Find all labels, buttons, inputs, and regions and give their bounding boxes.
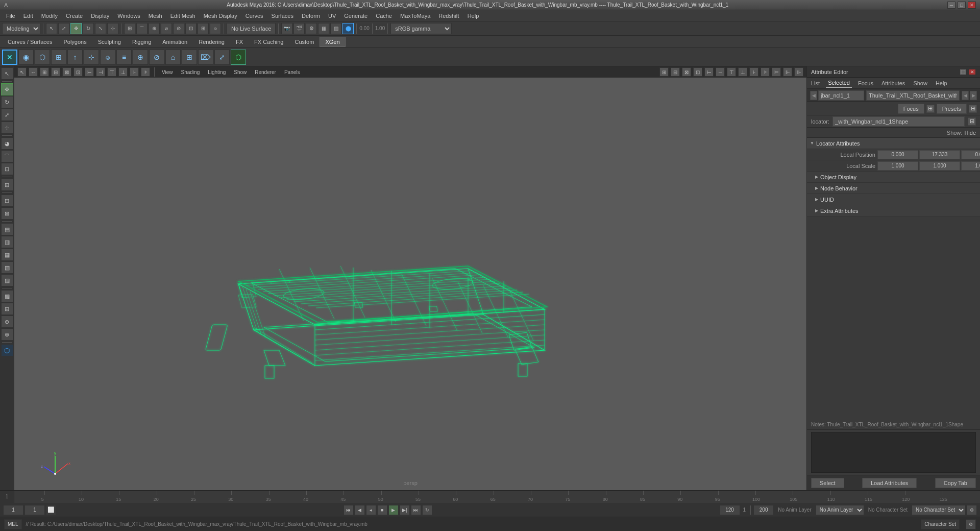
hide-btn[interactable]: Hide: [964, 130, 976, 136]
paint-select-btn[interactable]: ⊡: [1, 163, 13, 175]
local-pos-z[interactable]: [961, 150, 980, 159]
shelf-tab-animation[interactable]: Animation: [157, 37, 193, 47]
left-panel-4[interactable]: ▧: [1, 261, 13, 274]
vp-menu-show[interactable]: Show: [231, 69, 250, 76]
render-view-btn[interactable]: 📷: [281, 23, 292, 34]
left-panel-9[interactable]: ⊗: [1, 328, 13, 341]
snap-edge-btn[interactable]: ⊡: [185, 23, 197, 34]
lasso-btn[interactable]: ⌒: [1, 150, 13, 162]
render-btn2[interactable]: ▦: [318, 23, 329, 34]
menu-edit[interactable]: Edit: [19, 12, 37, 20]
char-set-dropdown[interactable]: No Character Set: [912, 505, 966, 515]
vp-right-btn-11[interactable]: ⊨: [772, 67, 781, 77]
shelf-tab-curves-surfaces[interactable]: Curves / Surfaces: [2, 37, 58, 47]
shelf-tab-rendering[interactable]: Rendering: [193, 37, 230, 47]
left-panel-8[interactable]: ⊕: [1, 316, 13, 328]
vp-right-btn-4[interactable]: ⊡: [693, 67, 702, 77]
snap-curve-btn[interactable]: ⌒: [136, 23, 148, 34]
menu-edit-mesh[interactable]: Edit Mesh: [166, 12, 200, 20]
shelf-tab-fx[interactable]: FX: [230, 37, 249, 47]
node-nav-right-btn[interactable]: ▶: [970, 91, 977, 100]
shelf-icon-12[interactable]: ⌦: [198, 50, 213, 65]
menu-mesh[interactable]: Mesh: [144, 12, 166, 20]
render-btn4[interactable]: ⬤: [342, 23, 354, 34]
vp-menu-shading[interactable]: Shading: [178, 69, 203, 76]
universal-manip-btn[interactable]: ⊹: [1, 122, 13, 134]
menu-surfaces[interactable]: Surfaces: [267, 12, 298, 20]
anim-layer-dropdown[interactable]: No Anim Layer: [816, 505, 864, 515]
local-scale-x[interactable]: [877, 161, 918, 171]
rotate-tool-btn[interactable]: ↻: [1, 96, 13, 108]
toolbar-btn-5[interactable]: ⤡: [95, 23, 106, 34]
local-scale-y[interactable]: [919, 161, 960, 171]
shelf-icon-xgen-select[interactable]: ✕: [2, 50, 17, 65]
render-settings-btn[interactable]: ⚙: [306, 23, 317, 34]
attr-tab-list[interactable]: List: [809, 79, 822, 87]
prev-node-input[interactable]: [818, 90, 864, 101]
shelf-icon-3[interactable]: ⊞: [51, 50, 66, 65]
maya-logo-btn[interactable]: ⬡: [1, 344, 13, 356]
play-back-btn[interactable]: ◂: [366, 505, 376, 515]
shelf-icon-7[interactable]: ≡: [116, 50, 132, 65]
shelf-icon-10[interactable]: ⌂: [165, 50, 181, 65]
presets-btn[interactable]: Presets: [937, 104, 967, 114]
menu-generate[interactable]: Generate: [340, 12, 372, 20]
vp-btn-11[interactable]: ⊦: [130, 67, 139, 77]
focus-options-btn[interactable]: ⊞: [926, 105, 935, 113]
node-name-input[interactable]: [866, 90, 960, 101]
menu-mesh-display[interactable]: Mesh Display: [200, 12, 241, 20]
snap-view-btn[interactable]: ⊘: [173, 23, 184, 34]
vp-btn-6[interactable]: ⊡: [74, 67, 83, 77]
vp-right-btn-3[interactable]: ⊠: [682, 67, 691, 77]
grid-btn-2[interactable]: ⊠: [1, 207, 13, 220]
vp-select-btn[interactable]: ↖: [17, 67, 27, 77]
start-frame-input[interactable]: [3, 505, 23, 515]
menu-file[interactable]: File: [2, 12, 19, 20]
snap-point-btn[interactable]: ⊕: [149, 23, 160, 34]
shelf-tab-sculpting[interactable]: Sculpting: [92, 37, 127, 47]
vp-menu-lighting[interactable]: Lighting: [205, 69, 229, 76]
vp-btn-9[interactable]: ⊤: [107, 67, 116, 77]
vp-btn-3[interactable]: ⊞: [40, 67, 49, 77]
menu-redshift[interactable]: Redshift: [434, 12, 463, 20]
left-panel-2[interactable]: ▥: [1, 236, 13, 248]
vp-menu-view[interactable]: View: [159, 69, 176, 76]
shelf-icon-11[interactable]: ⊞: [182, 50, 197, 65]
menu-help[interactable]: Help: [463, 12, 483, 20]
shelf-tab-xgen[interactable]: XGen: [320, 37, 345, 47]
toolbar-btn-6[interactable]: ⊹: [107, 23, 118, 34]
shelf-icon-9[interactable]: ⊘: [149, 50, 164, 65]
node-behavior-header[interactable]: ▶ Node Behavior: [807, 183, 980, 194]
status-settings-btn[interactable]: ⚙: [966, 519, 976, 529]
minimize-button[interactable]: ─: [947, 2, 955, 9]
show-manip-btn[interactable]: ⊞: [1, 179, 13, 191]
vp-right-btn-1[interactable]: ⊞: [659, 67, 669, 77]
shelf-icon-8[interactable]: ⊕: [133, 50, 148, 65]
vp-right-btn-2[interactable]: ⊟: [671, 67, 680, 77]
menu-modify[interactable]: Modify: [37, 12, 62, 20]
locator-attributes-header[interactable]: ▼ Locator Attributes: [807, 138, 980, 149]
vp-btn-8[interactable]: ⊣: [96, 67, 105, 77]
select-bottom-btn[interactable]: Select: [811, 478, 844, 488]
presets-options-btn[interactable]: ⊞: [969, 105, 977, 113]
uuid-header[interactable]: ▶ UUID: [807, 194, 980, 205]
menu-windows[interactable]: Windows: [113, 12, 144, 20]
snap-surface-btn[interactable]: ⌀: [161, 23, 172, 34]
colorspace-dropdown[interactable]: sRGB gamma: [390, 23, 452, 34]
attr-tab-selected[interactable]: Selected: [826, 79, 852, 88]
toolbar-btn-2[interactable]: ⤢: [58, 23, 69, 34]
locator-options-btn[interactable]: ⊞: [968, 117, 976, 126]
notes-textarea[interactable]: [811, 432, 976, 473]
vp-btn-5[interactable]: ⊠: [62, 67, 71, 77]
attr-tab-attributes[interactable]: Attributes: [879, 79, 907, 87]
node-nav-left-btn[interactable]: ◀: [962, 91, 969, 100]
shelf-tab-fxcaching[interactable]: FX Caching: [249, 37, 289, 47]
current-frame-input[interactable]: [24, 505, 45, 515]
soft-select-btn[interactable]: ◕: [1, 137, 13, 150]
loop-btn[interactable]: ↻: [422, 505, 432, 515]
shelf-icon-4[interactable]: ↑: [67, 50, 83, 65]
extra-attributes-header[interactable]: ▶ Extra Attributes: [807, 205, 980, 216]
vp-btn-12[interactable]: ⊧: [141, 67, 150, 77]
range-end-input[interactable]: [720, 505, 740, 515]
go-to-end-btn[interactable]: ⏭: [411, 505, 421, 515]
